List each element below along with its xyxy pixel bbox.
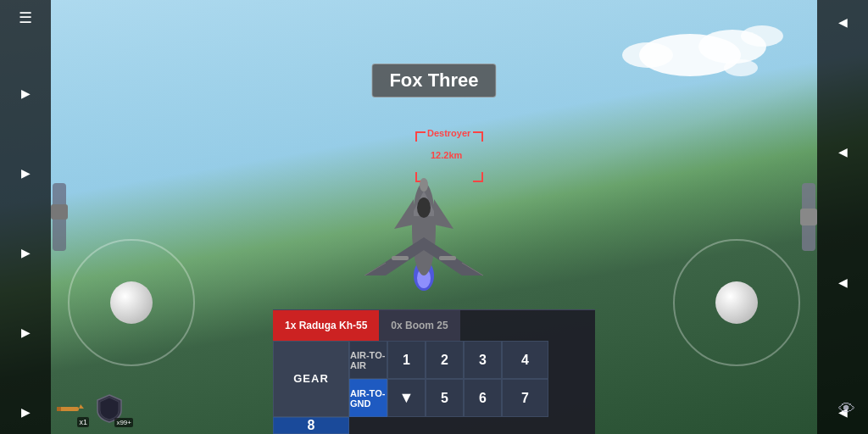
shield-icon-container[interactable]: x99+ — [92, 392, 126, 426]
grid-num-1[interactable]: 1 — [387, 341, 426, 379]
aircraft-svg — [339, 144, 509, 314]
left-nav-arrow-5[interactable]: ▶ — [14, 398, 37, 426]
svg-marker-5 — [394, 199, 414, 229]
grid-num-2[interactable]: 2 — [426, 341, 464, 379]
grid-num-5[interactable]: 5 — [426, 379, 464, 417]
svg-marker-14 — [79, 404, 84, 409]
right-throttle-handle[interactable] — [800, 209, 817, 225]
grid-num-4[interactable]: 4 — [502, 341, 548, 379]
bottom-bar: x1 x99+ — [55, 392, 126, 426]
left-nav-arrow-2[interactable]: ▶ — [14, 159, 37, 186]
svg-point-12 — [420, 178, 428, 192]
game-screen: ☰ ▶ ▶ ▶ ▶ ▶ ◀ ◀ ◀ ◀ Fox Three Destroyer … — [0, 0, 868, 434]
weapon-icon[interactable]: x1 — [55, 393, 86, 424]
right-joystick-ball[interactable] — [715, 281, 758, 324]
air-to-gnd-label: AIR-TO-GND — [349, 379, 387, 417]
left-throttle-slider[interactable] — [53, 183, 66, 251]
right-throttle-slider[interactable] — [802, 183, 815, 251]
gear-button[interactable]: GEAR — [273, 341, 349, 417]
left-nav-arrow-3[interactable]: ▶ — [14, 239, 37, 266]
grid-area: AIR-TO-AIR 1 2 3 4 GEAR AIR-TO-GND ▼ 5 6… — [273, 341, 595, 434]
grid-num-6[interactable]: 6 — [464, 379, 502, 417]
aircraft — [339, 144, 509, 314]
left-throttle-handle[interactable] — [51, 204, 68, 220]
reticle-tr — [473, 131, 483, 142]
left-joystick[interactable] — [68, 239, 195, 366]
down-arrow-button[interactable]: ▼ — [387, 379, 426, 417]
left-joystick-ball[interactable] — [110, 281, 153, 324]
weapon-tabs: 1x Raduga Kh-55 0x Boom 25 — [273, 310, 595, 341]
weapon-tab-1[interactable]: 1x Raduga Kh-55 — [273, 310, 379, 341]
left-nav-arrow-1[interactable]: ▶ — [14, 80, 37, 107]
svg-rect-15 — [57, 407, 61, 411]
svg-rect-10 — [392, 256, 409, 260]
air-to-air-label: AIR-TO-AIR — [349, 341, 387, 379]
eye-icon[interactable]: 👁 — [838, 399, 855, 419]
left-nav-arrow-4[interactable]: ▶ — [14, 319, 37, 346]
weapon-tab-2[interactable]: 0x Boom 25 — [379, 310, 459, 341]
grid-num-3[interactable]: 3 — [464, 341, 502, 379]
grid-num-7[interactable]: 7 — [502, 379, 548, 417]
missile-icon — [57, 400, 84, 417]
svg-rect-11 — [439, 256, 456, 260]
shield-count: x99+ — [114, 418, 133, 427]
hud-panel: 1x Raduga Kh-55 0x Boom 25 AIR-TO-AIR 1 … — [273, 309, 595, 434]
reticle-tl — [415, 131, 426, 142]
right-nav-arrow-1[interactable]: ◀ — [832, 8, 854, 36]
fox-three-label: Fox Three — [389, 70, 478, 91]
svg-marker-6 — [434, 199, 453, 229]
clouds — [571, 25, 826, 127]
right-joystick[interactable] — [673, 239, 800, 366]
svg-rect-13 — [58, 407, 79, 411]
left-panel: ☰ ▶ ▶ ▶ ▶ ▶ — [0, 0, 51, 434]
right-panel: ◀ ◀ ◀ ◀ — [817, 0, 868, 434]
down-arrow-icon: ▼ — [399, 389, 415, 407]
right-nav-arrow-3[interactable]: ◀ — [832, 269, 854, 296]
target-name: Destroyer — [427, 128, 470, 138]
hamburger-menu[interactable]: ☰ — [19, 8, 32, 27]
grid-num-8[interactable]: 8 — [273, 417, 349, 434]
svg-point-7 — [417, 198, 431, 218]
fox-three-banner: Fox Three — [371, 64, 496, 97]
weapon-ammo-count: x1 — [77, 417, 89, 427]
right-nav-arrow-2[interactable]: ◀ — [832, 138, 854, 165]
